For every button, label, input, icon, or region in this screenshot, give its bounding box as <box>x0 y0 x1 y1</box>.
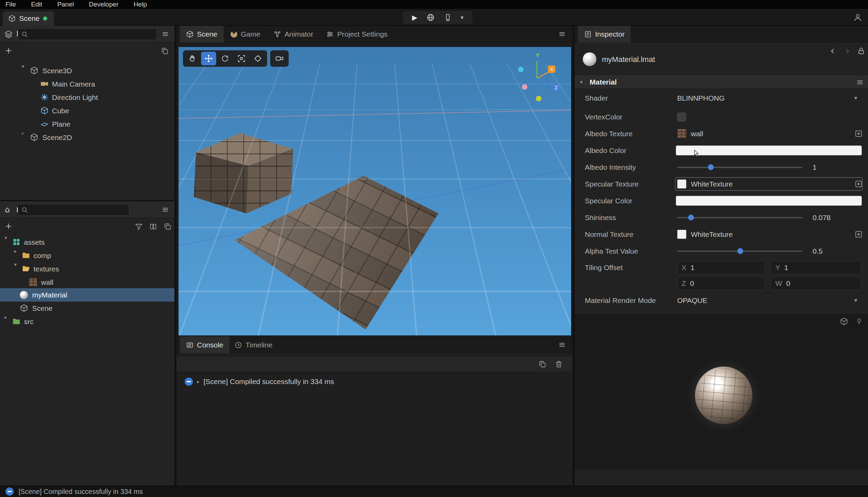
gizmo-mode-button[interactable] <box>250 52 265 65</box>
center-tabbar-menu-icon[interactable]: ≡ <box>556 26 568 42</box>
chevron-down-icon[interactable]: ▾ <box>854 90 857 106</box>
web-preview-button[interactable] <box>426 13 435 22</box>
console-clear-trash-icon[interactable] <box>555 360 563 368</box>
material-section-menu-icon[interactable]: ≡ <box>856 75 863 89</box>
tree-item-scene2d[interactable]: ▸ Scene2D <box>0 131 174 144</box>
move-tool-button[interactable] <box>201 52 216 65</box>
scale-tool-button[interactable] <box>234 52 249 65</box>
preview-light-icon[interactable] <box>855 317 863 326</box>
texture-picker-icon[interactable] <box>854 129 863 138</box>
alpha-test-slider[interactable] <box>677 251 802 252</box>
caret-right-icon[interactable]: ▸ <box>19 131 27 136</box>
rotate-tool-button[interactable] <box>218 52 233 65</box>
open-scene-tab[interactable]: Scene <box>3 11 54 26</box>
project-add-button[interactable] <box>4 222 13 231</box>
tree-item-wall[interactable]: wall <box>0 276 174 289</box>
section-caret-icon[interactable]: ▾ <box>580 75 583 89</box>
albedo-intensity-slider[interactable] <box>677 167 802 168</box>
tab-game[interactable]: Game <box>224 26 266 42</box>
tree-item-textures[interactable]: ▾ textures <box>0 262 174 276</box>
project-copy-icon[interactable] <box>163 222 172 231</box>
specular-texture-thumbnail[interactable] <box>677 179 686 189</box>
console-tabbar-menu-icon[interactable]: ≡ <box>556 336 568 353</box>
tree-item-mymaterial[interactable]: myMaterial <box>0 288 174 302</box>
menu-item-developer[interactable]: Developer <box>89 1 119 8</box>
albedo-texture-name[interactable]: wall <box>691 125 703 142</box>
tab-project-settings[interactable]: Project Settings <box>320 26 394 42</box>
albedo-color-swatch[interactable] <box>676 145 862 155</box>
alpha-test-value[interactable]: 0.5 <box>813 243 823 259</box>
tree-item-scene-asset[interactable]: Scene <box>0 302 174 315</box>
tab-console[interactable]: Console <box>180 336 229 353</box>
user-account-button[interactable] <box>852 12 863 23</box>
tree-item-comp[interactable]: ▸ comp <box>0 249 174 262</box>
chevron-down-icon[interactable]: ▾ <box>854 292 857 309</box>
console-copy-icon[interactable] <box>538 360 547 368</box>
tiling-z-input[interactable]: Z0 <box>677 277 765 290</box>
hierarchy-add-button[interactable] <box>4 46 13 55</box>
tree-item-assets[interactable]: ▾ assets <box>0 235 174 249</box>
device-preview-button[interactable] <box>444 14 451 21</box>
tiling-x-input[interactable]: X1 <box>677 261 765 275</box>
camera-view-button[interactable] <box>272 52 287 65</box>
texture-picker-icon[interactable] <box>854 180 863 188</box>
tree-item-cube[interactable]: Cube <box>0 104 174 117</box>
tree-item-src[interactable]: ▸ src <box>0 315 174 328</box>
tree-item-scene3d[interactable]: ▾ Scene3D <box>0 64 174 77</box>
tree-item-main-camera[interactable]: Main Camera <box>0 77 174 91</box>
caret-right-icon[interactable]: ▸ <box>2 315 10 320</box>
play-button[interactable]: ▶ <box>412 14 417 21</box>
caret-down-icon[interactable]: ▾ <box>12 262 19 267</box>
material-preview-sphere[interactable] <box>695 367 752 424</box>
nav-back-icon[interactable]: ‹ <box>830 46 834 56</box>
shininess-slider[interactable] <box>677 217 802 218</box>
albedo-intensity-slider-handle[interactable] <box>708 164 714 170</box>
menu-item-file[interactable]: File <box>5 1 16 8</box>
tab-inspector[interactable]: Inspector <box>578 26 631 42</box>
shininess-value[interactable]: 0.078 <box>813 209 831 226</box>
tree-item-plane[interactable]: Plane <box>0 117 174 131</box>
tab-timeline[interactable]: Timeline <box>228 336 279 353</box>
lock-icon[interactable] <box>857 47 865 55</box>
project-menu-icon[interactable]: ≡ <box>159 201 171 218</box>
project-search-input[interactable] <box>30 204 128 215</box>
shader-dropdown[interactable]: BLINNPHONG <box>677 90 725 106</box>
specular-color-swatch[interactable] <box>676 196 862 206</box>
caret-down-icon[interactable]: ▾ <box>2 235 10 241</box>
shininess-slider-handle[interactable] <box>688 215 694 220</box>
gizmo-neg-z-ball[interactable] <box>522 84 527 90</box>
play-options-dropdown[interactable]: ▾ <box>461 15 464 21</box>
specular-texture-name[interactable]: WhiteTexture <box>691 176 733 192</box>
pan-tool-button[interactable] <box>185 52 200 65</box>
albedo-intensity-value[interactable]: 1 <box>813 159 817 176</box>
hierarchy-search-input[interactable] <box>30 29 155 40</box>
material-section-header[interactable]: ▾ Material ≡ <box>575 75 868 89</box>
alpha-test-slider-handle[interactable] <box>737 248 743 254</box>
hierarchy-menu-icon[interactable]: ≡ <box>159 26 171 42</box>
albedo-texture-thumbnail[interactable] <box>677 129 686 138</box>
caret-down-icon[interactable]: ▾ <box>19 64 27 69</box>
console-log-entry[interactable]: ▸ [Scene] Compiled successfully in 334 m… <box>176 375 573 388</box>
menu-item-panel[interactable]: Panel <box>57 1 74 8</box>
vertex-color-checkbox[interactable] <box>677 113 686 122</box>
gizmo-neg-y-ball[interactable] <box>536 96 541 101</box>
normal-texture-name[interactable]: WhiteTexture <box>691 226 733 243</box>
texture-picker-icon[interactable] <box>854 230 863 239</box>
menu-item-help[interactable]: Help <box>134 1 147 8</box>
menu-item-edit[interactable]: Edit <box>31 1 42 8</box>
tiling-w-input[interactable]: W0 <box>771 277 861 290</box>
tab-animator[interactable]: Animator <box>267 26 319 42</box>
hierarchy-copy-icon[interactable] <box>161 47 169 55</box>
render-mode-dropdown[interactable]: OPAQUE <box>677 292 707 309</box>
normal-texture-thumbnail[interactable] <box>677 230 686 239</box>
scene-object-cube[interactable] <box>194 130 295 216</box>
scene-viewport[interactable]: Y X Z <box>178 47 571 336</box>
log-expand-caret-icon[interactable]: ▸ <box>197 379 199 384</box>
tab-scene[interactable]: Scene <box>180 26 224 42</box>
caret-right-icon[interactable]: ▸ <box>12 249 19 254</box>
orientation-gizmo[interactable]: Y X Z <box>507 50 568 112</box>
nav-forward-icon[interactable]: › <box>845 46 850 56</box>
gizmo-neg-x-ball[interactable] <box>518 67 524 72</box>
gizmo-x-label[interactable]: X <box>548 65 555 73</box>
preview-mesh-icon[interactable] <box>840 317 848 326</box>
